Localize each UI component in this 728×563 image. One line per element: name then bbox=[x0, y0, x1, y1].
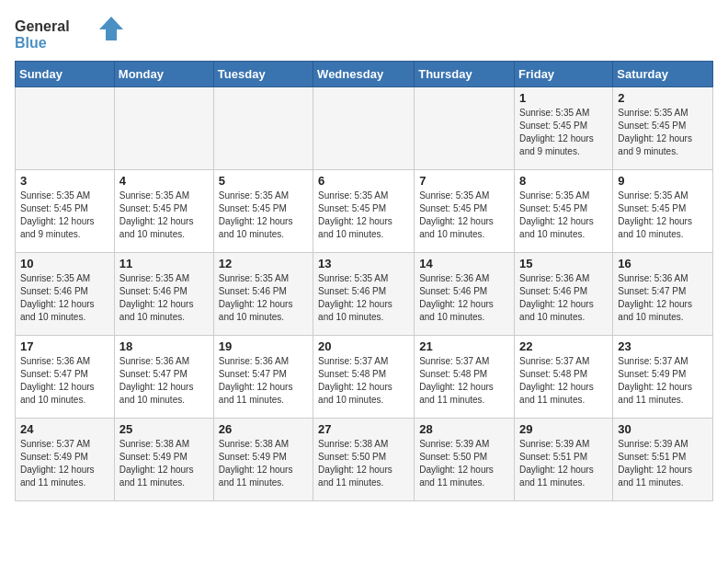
svg-marker-2 bbox=[99, 17, 123, 40]
calendar-cell: 29Sunrise: 5:39 AM Sunset: 5:51 PM Dayli… bbox=[515, 419, 613, 501]
calendar-cell: 28Sunrise: 5:39 AM Sunset: 5:50 PM Dayli… bbox=[415, 419, 515, 501]
day-info: Sunrise: 5:36 AM Sunset: 5:47 PM Dayligh… bbox=[219, 355, 308, 407]
calendar-cell: 25Sunrise: 5:38 AM Sunset: 5:49 PM Dayli… bbox=[114, 419, 213, 501]
weekday-header-sunday: Sunday bbox=[16, 62, 115, 87]
day-number: 15 bbox=[519, 257, 608, 270]
logo: General Blue bbox=[15, 15, 125, 52]
calendar-cell: 19Sunrise: 5:36 AM Sunset: 5:47 PM Dayli… bbox=[213, 336, 313, 419]
day-number: 17 bbox=[20, 339, 109, 353]
calendar-week-1: 1Sunrise: 5:35 AM Sunset: 5:45 PM Daylig… bbox=[16, 87, 713, 170]
day-info: Sunrise: 5:35 AM Sunset: 5:45 PM Dayligh… bbox=[519, 107, 608, 158]
calendar-cell: 30Sunrise: 5:39 AM Sunset: 5:51 PM Dayli… bbox=[613, 419, 713, 501]
svg-text:General: General bbox=[15, 18, 70, 34]
day-info: Sunrise: 5:35 AM Sunset: 5:46 PM Dayligh… bbox=[318, 272, 409, 324]
day-info: Sunrise: 5:35 AM Sunset: 5:45 PM Dayligh… bbox=[119, 190, 209, 241]
day-info: Sunrise: 5:37 AM Sunset: 5:49 PM Dayligh… bbox=[20, 438, 109, 489]
calendar-cell bbox=[313, 87, 415, 170]
day-info: Sunrise: 5:36 AM Sunset: 5:47 PM Dayligh… bbox=[119, 355, 209, 407]
day-info: Sunrise: 5:35 AM Sunset: 5:45 PM Dayligh… bbox=[618, 190, 708, 241]
day-info: Sunrise: 5:36 AM Sunset: 5:46 PM Dayligh… bbox=[419, 272, 509, 324]
calendar-cell: 6Sunrise: 5:35 AM Sunset: 5:45 PM Daylig… bbox=[313, 170, 415, 253]
weekday-header-monday: Monday bbox=[114, 62, 213, 87]
weekday-row: SundayMondayTuesdayWednesdayThursdayFrid… bbox=[16, 62, 713, 87]
calendar-week-5: 24Sunrise: 5:37 AM Sunset: 5:49 PM Dayli… bbox=[16, 419, 713, 501]
calendar-header: SundayMondayTuesdayWednesdayThursdayFrid… bbox=[16, 62, 713, 87]
day-info: Sunrise: 5:37 AM Sunset: 5:48 PM Dayligh… bbox=[318, 355, 409, 407]
calendar-cell: 26Sunrise: 5:38 AM Sunset: 5:49 PM Dayli… bbox=[213, 419, 313, 501]
day-info: Sunrise: 5:35 AM Sunset: 5:46 PM Dayligh… bbox=[119, 272, 209, 324]
day-number: 20 bbox=[318, 339, 409, 353]
calendar-cell: 15Sunrise: 5:36 AM Sunset: 5:46 PM Dayli… bbox=[515, 253, 613, 336]
weekday-header-thursday: Thursday bbox=[415, 62, 515, 87]
day-number: 16 bbox=[618, 257, 708, 270]
day-info: Sunrise: 5:35 AM Sunset: 5:46 PM Dayligh… bbox=[219, 272, 308, 324]
calendar-cell: 24Sunrise: 5:37 AM Sunset: 5:49 PM Dayli… bbox=[16, 419, 115, 501]
day-number: 10 bbox=[20, 257, 109, 270]
day-number: 27 bbox=[318, 422, 409, 436]
day-info: Sunrise: 5:35 AM Sunset: 5:45 PM Dayligh… bbox=[519, 190, 608, 241]
calendar-cell: 27Sunrise: 5:38 AM Sunset: 5:50 PM Dayli… bbox=[313, 419, 415, 501]
day-info: Sunrise: 5:35 AM Sunset: 5:45 PM Dayligh… bbox=[419, 190, 509, 241]
logo-icon: General Blue bbox=[15, 15, 125, 52]
calendar-cell: 9Sunrise: 5:35 AM Sunset: 5:45 PM Daylig… bbox=[613, 170, 713, 253]
day-number: 12 bbox=[219, 257, 308, 270]
day-info: Sunrise: 5:36 AM Sunset: 5:47 PM Dayligh… bbox=[618, 272, 708, 324]
day-info: Sunrise: 5:37 AM Sunset: 5:48 PM Dayligh… bbox=[519, 355, 608, 407]
calendar-week-3: 10Sunrise: 5:35 AM Sunset: 5:46 PM Dayli… bbox=[16, 253, 713, 336]
calendar-cell: 10Sunrise: 5:35 AM Sunset: 5:46 PM Dayli… bbox=[16, 253, 115, 336]
weekday-header-friday: Friday bbox=[515, 62, 613, 87]
calendar-cell: 4Sunrise: 5:35 AM Sunset: 5:45 PM Daylig… bbox=[114, 170, 213, 253]
calendar-cell: 14Sunrise: 5:36 AM Sunset: 5:46 PM Dayli… bbox=[415, 253, 515, 336]
page-header: General Blue bbox=[15, 15, 713, 52]
day-info: Sunrise: 5:37 AM Sunset: 5:49 PM Dayligh… bbox=[618, 355, 708, 407]
day-number: 21 bbox=[419, 339, 509, 353]
calendar-cell: 3Sunrise: 5:35 AM Sunset: 5:45 PM Daylig… bbox=[16, 170, 115, 253]
day-number: 30 bbox=[618, 422, 708, 436]
day-number: 29 bbox=[519, 422, 608, 436]
calendar-cell: 23Sunrise: 5:37 AM Sunset: 5:49 PM Dayli… bbox=[613, 336, 713, 419]
calendar-cell bbox=[415, 87, 515, 170]
weekday-header-tuesday: Tuesday bbox=[213, 62, 313, 87]
calendar-cell: 17Sunrise: 5:36 AM Sunset: 5:47 PM Dayli… bbox=[16, 336, 115, 419]
day-info: Sunrise: 5:35 AM Sunset: 5:45 PM Dayligh… bbox=[219, 190, 308, 241]
calendar-body: 1Sunrise: 5:35 AM Sunset: 5:45 PM Daylig… bbox=[16, 87, 713, 501]
day-number: 14 bbox=[419, 257, 509, 270]
day-info: Sunrise: 5:39 AM Sunset: 5:51 PM Dayligh… bbox=[618, 438, 708, 489]
calendar-cell: 16Sunrise: 5:36 AM Sunset: 5:47 PM Dayli… bbox=[613, 253, 713, 336]
day-info: Sunrise: 5:35 AM Sunset: 5:45 PM Dayligh… bbox=[318, 190, 409, 241]
day-info: Sunrise: 5:35 AM Sunset: 5:45 PM Dayligh… bbox=[20, 190, 109, 241]
day-info: Sunrise: 5:39 AM Sunset: 5:50 PM Dayligh… bbox=[419, 438, 509, 489]
day-number: 8 bbox=[519, 174, 608, 188]
calendar-cell: 20Sunrise: 5:37 AM Sunset: 5:48 PM Dayli… bbox=[313, 336, 415, 419]
day-number: 5 bbox=[219, 174, 308, 188]
calendar-cell: 11Sunrise: 5:35 AM Sunset: 5:46 PM Dayli… bbox=[114, 253, 213, 336]
day-number: 4 bbox=[119, 174, 209, 188]
day-number: 9 bbox=[618, 174, 708, 188]
day-number: 22 bbox=[519, 339, 608, 353]
day-number: 3 bbox=[20, 174, 109, 188]
calendar-week-4: 17Sunrise: 5:36 AM Sunset: 5:47 PM Dayli… bbox=[16, 336, 713, 419]
day-number: 19 bbox=[219, 339, 308, 353]
calendar-cell: 1Sunrise: 5:35 AM Sunset: 5:45 PM Daylig… bbox=[515, 87, 613, 170]
day-number: 28 bbox=[419, 422, 509, 436]
day-info: Sunrise: 5:38 AM Sunset: 5:49 PM Dayligh… bbox=[219, 438, 308, 489]
day-number: 18 bbox=[119, 339, 209, 353]
calendar-cell: 12Sunrise: 5:35 AM Sunset: 5:46 PM Dayli… bbox=[213, 253, 313, 336]
day-number: 26 bbox=[219, 422, 308, 436]
day-info: Sunrise: 5:37 AM Sunset: 5:48 PM Dayligh… bbox=[419, 355, 509, 407]
calendar-cell: 7Sunrise: 5:35 AM Sunset: 5:45 PM Daylig… bbox=[415, 170, 515, 253]
calendar-cell: 2Sunrise: 5:35 AM Sunset: 5:45 PM Daylig… bbox=[613, 87, 713, 170]
day-info: Sunrise: 5:35 AM Sunset: 5:45 PM Dayligh… bbox=[618, 107, 708, 158]
svg-text:Blue: Blue bbox=[15, 35, 47, 51]
day-number: 1 bbox=[519, 91, 608, 105]
calendar-cell bbox=[16, 87, 115, 170]
day-info: Sunrise: 5:38 AM Sunset: 5:49 PM Dayligh… bbox=[119, 438, 209, 489]
calendar-cell bbox=[213, 87, 313, 170]
day-info: Sunrise: 5:39 AM Sunset: 5:51 PM Dayligh… bbox=[519, 438, 608, 489]
day-number: 25 bbox=[119, 422, 209, 436]
calendar-cell: 13Sunrise: 5:35 AM Sunset: 5:46 PM Dayli… bbox=[313, 253, 415, 336]
calendar-cell: 8Sunrise: 5:35 AM Sunset: 5:45 PM Daylig… bbox=[515, 170, 613, 253]
day-info: Sunrise: 5:35 AM Sunset: 5:46 PM Dayligh… bbox=[20, 272, 109, 324]
day-info: Sunrise: 5:36 AM Sunset: 5:46 PM Dayligh… bbox=[519, 272, 608, 324]
day-number: 6 bbox=[318, 174, 409, 188]
